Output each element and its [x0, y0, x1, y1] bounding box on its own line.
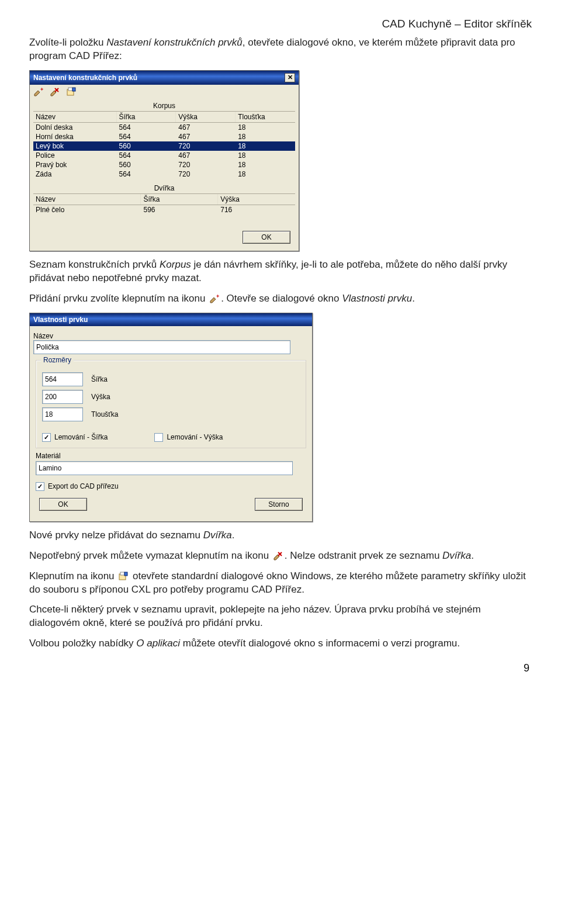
paragraph: Nové prvky nelze přidávat do seznamu Dví…: [29, 529, 532, 542]
text: Nepotřebný prvek můžete vymazat klepnutí…: [29, 550, 272, 561]
save-icon: [118, 572, 129, 581]
ok-button[interactable]: OK: [243, 231, 290, 244]
edging-height-checkbox[interactable]: Lemování - Výška: [154, 433, 223, 442]
group-dimensions: Rozměry Šířka Výška Tloušťka Lemování - …: [36, 360, 306, 448]
ok-button[interactable]: OK: [39, 498, 87, 511]
checkbox-label: Lemování - Šířka: [54, 433, 108, 441]
cell: 560: [117, 160, 176, 169]
text: Klepnutím na ikonu: [29, 570, 117, 582]
titlebar[interactable]: Vlastnosti prvku: [30, 313, 312, 326]
text-italic: Dvířka: [203, 530, 232, 541]
cell: 467: [176, 123, 236, 132]
edging-width-checkbox[interactable]: Lemování - Šířka: [42, 433, 108, 442]
col-width[interactable]: Šířka: [117, 112, 176, 122]
table-row[interactable]: Police56446718: [33, 151, 295, 160]
text: Nové prvky nelze přidávat do seznamu: [29, 530, 203, 541]
paragraph: Chcete-li některý prvek v seznamu upravi…: [29, 603, 532, 630]
cell: 596: [141, 205, 218, 214]
text-italic: Dvířka: [442, 550, 471, 561]
table-row[interactable]: Horní deska56446718: [33, 132, 295, 141]
cell: Levý bok: [33, 141, 117, 151]
cell: 18: [236, 160, 295, 169]
cancel-button[interactable]: Storno: [255, 498, 303, 511]
col-height[interactable]: Výška: [176, 112, 236, 122]
text: .: [471, 550, 474, 561]
dialog-element-properties: Vlastnosti prvku Název Rozměry Šířka Výš…: [29, 313, 313, 522]
cell: 564: [117, 123, 176, 132]
cell: 467: [176, 132, 236, 141]
paragraph: Přidání prvku zvolíte klepnutím na ikonu…: [29, 292, 532, 306]
checkbox-label: Lemování - Výška: [167, 433, 223, 441]
intro-paragraph: Zvolíte-li položku Nastavení konstrukční…: [29, 36, 532, 63]
text: .: [412, 293, 415, 304]
cell: 560: [117, 141, 176, 151]
cell: 720: [176, 169, 236, 179]
group-legend: Rozměry: [41, 356, 74, 364]
delete-icon: [273, 551, 283, 560]
material-label: Materiál: [36, 452, 306, 460]
svg-text:+: +: [40, 87, 43, 92]
col-height[interactable]: Výška: [218, 194, 295, 205]
cell: 716: [218, 205, 295, 214]
dialog-construction-elements: Nastavení konstrukčních prvků ✕ + Korpus…: [29, 70, 299, 251]
col-thickness[interactable]: Tloušťka: [236, 112, 295, 122]
name-label: Název: [33, 332, 309, 340]
cell: Záda: [33, 169, 117, 179]
delete-icon[interactable]: [50, 87, 60, 96]
table-row[interactable]: Plné čelo596716: [33, 205, 295, 214]
svg-rect-11: [124, 572, 127, 576]
svg-rect-5: [72, 88, 75, 91]
section-title-dvirka: Dvířka: [33, 182, 295, 194]
text: můžete otevřít dialogové okno s informac…: [180, 638, 460, 649]
paragraph: Klepnutím na ikonu otevřete standardní d…: [29, 570, 532, 597]
cell: 720: [176, 141, 236, 151]
text: Volbou položky nabídky: [29, 638, 136, 649]
cell: 564: [117, 169, 176, 179]
col-name[interactable]: Název: [33, 194, 141, 205]
material-input[interactable]: [36, 461, 293, 475]
cell: 564: [117, 132, 176, 141]
text: Seznam konstrukčních prvků: [29, 259, 160, 270]
dvirka-header: Název Šířka Výška: [33, 194, 295, 205]
cell: Dolní deska: [33, 123, 117, 132]
width-label: Šířka: [91, 375, 108, 383]
cell: Police: [33, 151, 117, 160]
toolbar: +: [30, 85, 299, 100]
cell: Horní deska: [33, 132, 117, 141]
svg-text:+: +: [216, 294, 219, 299]
close-icon[interactable]: ✕: [285, 73, 295, 82]
col-name[interactable]: Název: [33, 112, 117, 122]
page-number: 9: [29, 662, 529, 674]
paragraph: Nepotřebný prvek můžete vymazat klepnutí…: [29, 549, 532, 563]
text-italic: Korpus: [160, 259, 191, 270]
table-row[interactable]: Záda56472018: [33, 169, 295, 179]
titlebar[interactable]: Nastavení konstrukčních prvků ✕: [30, 71, 299, 85]
paragraph: Seznam konstrukčních prvků Korpus je dán…: [29, 258, 532, 285]
cell: 18: [236, 169, 295, 179]
cell: Plné čelo: [33, 205, 141, 214]
cell: 720: [176, 160, 236, 169]
dialog-title: Vlastnosti prvku: [33, 316, 88, 324]
text: . Nelze odstranit prvek ze seznamu: [285, 550, 442, 561]
width-input[interactable]: [42, 372, 83, 386]
table-row[interactable]: Pravý bok56072018: [33, 160, 295, 169]
name-input[interactable]: [33, 340, 290, 354]
table-row[interactable]: Dolní deska56446718: [33, 123, 295, 132]
text-italic: Vlastnosti prvku: [342, 293, 412, 304]
add-icon[interactable]: +: [33, 87, 44, 96]
table-row-selected[interactable]: Levý bok56072018: [33, 141, 295, 151]
thickness-label: Tloušťka: [91, 410, 119, 418]
cell: 18: [236, 141, 295, 151]
cell: 18: [236, 151, 295, 160]
save-icon[interactable]: [66, 87, 77, 96]
export-checkbox[interactable]: Export do CAD přířezu: [36, 482, 119, 491]
thickness-input[interactable]: [42, 407, 83, 421]
cell: 467: [176, 151, 236, 160]
cell: 18: [236, 132, 295, 141]
col-width[interactable]: Šířka: [141, 194, 218, 205]
svg-rect-4: [68, 88, 72, 91]
section-title-korpus: Korpus: [33, 100, 295, 112]
cell: 564: [117, 151, 176, 160]
height-input[interactable]: [42, 390, 83, 404]
text-italic: O aplikaci: [136, 638, 180, 649]
